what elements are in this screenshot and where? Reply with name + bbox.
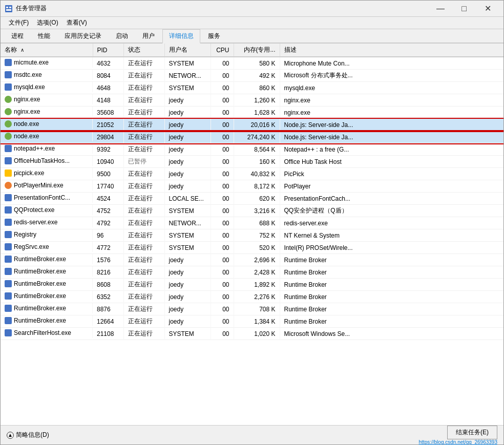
table-row[interactable]: PotPlayerMini.exe17740正在运行joedy008,172 K… xyxy=(1,180,503,193)
table-row[interactable]: redis-server.exe4792正在运行NETWOR...00688 K… xyxy=(1,217,503,229)
table-row[interactable]: PresentationFontC...4524正在运行LOCAL SE...0… xyxy=(1,193,503,205)
col-header-desc[interactable]: 描述 xyxy=(280,44,503,57)
process-cpu: 00 xyxy=(211,303,234,315)
info-icon: ▲ xyxy=(7,432,14,439)
table-row[interactable]: RuntimeBroker.exe8216正在运行joedy002,428 KR… xyxy=(1,266,503,279)
process-status: 正在运行 xyxy=(123,217,164,229)
table-row[interactable]: mysqld.exe4648正在运行SYSTEM00860 Kmysqld.ex… xyxy=(1,82,503,94)
footer-label[interactable]: 简略信息(D) xyxy=(16,431,49,439)
end-task-button[interactable]: 结束任务(E) xyxy=(447,426,497,439)
menu-file[interactable]: 文件(F) xyxy=(5,17,33,28)
table-row[interactable]: micmute.exe4632正在运行SYSTEM00580 KMicropho… xyxy=(1,57,503,70)
table-row[interactable]: node.exe29804正在运行joedy00274,240 KNode.js… xyxy=(1,131,503,143)
process-pid: 21108 xyxy=(93,328,123,340)
process-list: micmute.exe4632正在运行SYSTEM00580 KMicropho… xyxy=(1,57,503,340)
table-row[interactable]: RuntimeBroker.exe12664正在运行joedy001,384 K… xyxy=(1,315,503,328)
process-icon xyxy=(5,157,12,164)
process-name-text: picpick.exe xyxy=(14,169,44,177)
process-icon xyxy=(5,268,12,275)
content-area: 名称 ∧ PID 状态 用户名 CPU 内存(专用... 描述 micmute.… xyxy=(1,44,503,425)
process-user: joedy xyxy=(164,143,211,156)
process-user: joedy xyxy=(164,119,211,131)
table-row[interactable]: SearchFilterHost.exe21108正在运行SYSTEM001,0… xyxy=(1,328,503,340)
table-row[interactable]: msdtc.exe8084正在运行NETWOR...00492 KMicroso… xyxy=(1,70,503,82)
process-name-text: RuntimeBroker.exe xyxy=(14,305,66,312)
process-description: Microsoft Windows Se... xyxy=(280,328,503,340)
process-user: SYSTEM xyxy=(164,229,211,242)
process-icon xyxy=(5,256,12,263)
table-row[interactable]: picpick.exe9500正在运行joedy0040,832 KPicPic… xyxy=(1,168,503,180)
menu-view[interactable]: 查看(V) xyxy=(62,17,91,28)
table-row[interactable]: QQProtect.exe4752正在运行SYSTEM003,216 KQQ安全… xyxy=(1,205,503,217)
process-description: Runtime Broker xyxy=(280,266,503,279)
process-status: 已暂停 xyxy=(123,156,164,168)
process-memory: 492 K xyxy=(234,70,280,82)
col-header-name[interactable]: 名称 ∧ xyxy=(1,44,93,57)
tab-details[interactable]: 详细信息 xyxy=(162,29,200,44)
process-status: 正在运行 xyxy=(123,266,164,279)
maximize-button[interactable]: □ xyxy=(452,1,476,17)
table-row[interactable]: Registry96正在运行SYSTEM00752 KNT Kernel & S… xyxy=(1,229,503,242)
process-cpu: 00 xyxy=(211,70,234,82)
col-header-pid[interactable]: PID xyxy=(93,44,123,57)
process-description: PicPick xyxy=(280,168,503,180)
process-status: 正在运行 xyxy=(123,229,164,242)
process-icon xyxy=(5,305,12,312)
table-row[interactable]: nginx.exe4148正在运行joedy001,260 Knginx.exe xyxy=(1,94,503,107)
process-pid: 12664 xyxy=(93,315,123,328)
table-row[interactable]: RegSrvc.exe4772正在运行SYSTEM00520 KIntel(R)… xyxy=(1,242,503,254)
process-memory: 20,016 K xyxy=(234,119,280,131)
table-row[interactable]: nginx.exe35608正在运行joedy001,628 Knginx.ex… xyxy=(1,107,503,119)
process-name-cell: node.exe xyxy=(1,131,93,141)
minimize-button[interactable]: — xyxy=(429,1,452,17)
process-cpu: 00 xyxy=(211,143,234,156)
table-row[interactable]: RuntimeBroker.exe8608正在运行joedy001,892 KR… xyxy=(1,279,503,291)
process-icon xyxy=(5,120,12,128)
process-name-text: OfficeHubTaskHos... xyxy=(14,157,70,164)
process-description: Intel(R) PROSet/Wirele... xyxy=(280,242,503,254)
process-pid: 10940 xyxy=(93,156,123,168)
process-name-cell: PresentationFontC... xyxy=(1,193,93,203)
tab-startup[interactable]: 启动 xyxy=(109,29,135,43)
col-header-user[interactable]: 用户名 xyxy=(164,44,211,57)
process-name-text: RuntimeBroker.exe xyxy=(14,292,66,300)
process-memory: 520 K xyxy=(234,242,280,254)
table-header: 名称 ∧ PID 状态 用户名 CPU 内存(专用... 描述 xyxy=(1,44,503,57)
process-description: Notepad++ : a free (G... xyxy=(280,143,503,156)
table-row[interactable]: RuntimeBroker.exe6352正在运行joedy002,276 KR… xyxy=(1,291,503,303)
process-pid: 4648 xyxy=(93,82,123,94)
process-user: NETWOR... xyxy=(164,217,211,229)
close-button[interactable]: ✕ xyxy=(476,1,499,17)
tab-performance[interactable]: 性能 xyxy=(31,29,57,43)
table-row[interactable]: node.exe21052正在运行joedy0020,016 KNode.js:… xyxy=(1,119,503,131)
process-name-text: PresentationFontC... xyxy=(14,194,70,201)
process-name-cell: micmute.exe xyxy=(1,57,93,68)
process-icon xyxy=(5,59,12,66)
table-row[interactable]: RuntimeBroker.exe8876正在运行joedy00708 KRun… xyxy=(1,303,503,315)
process-description: Runtime Broker xyxy=(280,315,503,328)
col-header-cpu[interactable]: CPU xyxy=(211,44,234,57)
process-description: Runtime Broker xyxy=(280,303,503,315)
process-name-cell: RegSrvc.exe xyxy=(1,242,93,252)
process-pid: 4792 xyxy=(93,217,123,229)
process-cpu: 00 xyxy=(211,193,234,205)
process-status: 正在运行 xyxy=(123,291,164,303)
process-pid: 8216 xyxy=(93,266,123,279)
tab-app-history[interactable]: 应用历史记录 xyxy=(58,29,108,43)
process-name-text: node.exe xyxy=(14,120,39,128)
process-table-container[interactable]: 名称 ∧ PID 状态 用户名 CPU 内存(专用... 描述 micmute.… xyxy=(1,44,503,425)
table-row[interactable]: OfficeHubTaskHos...10940已暂停joedy00160 KO… xyxy=(1,156,503,168)
process-description: Microphone Mute Con... xyxy=(280,57,503,70)
process-memory: 40,832 K xyxy=(234,168,280,180)
tab-processes[interactable]: 进程 xyxy=(5,29,30,43)
col-header-status[interactable]: 状态 xyxy=(123,44,164,57)
table-row[interactable]: notepad++.exe9392正在运行joedy008,564 KNotep… xyxy=(1,143,503,156)
tab-services[interactable]: 服务 xyxy=(201,29,227,43)
tab-users[interactable]: 用户 xyxy=(136,29,161,43)
process-name-text: node.exe xyxy=(14,133,39,140)
process-description: QQ安全护进程（Q盾） xyxy=(280,205,503,217)
table-row[interactable]: RuntimeBroker.exe1576正在运行joedy002,696 KR… xyxy=(1,254,503,266)
process-memory: 688 K xyxy=(234,217,280,229)
col-header-mem[interactable]: 内存(专用... xyxy=(234,44,280,57)
menu-options[interactable]: 选项(O) xyxy=(33,17,62,28)
